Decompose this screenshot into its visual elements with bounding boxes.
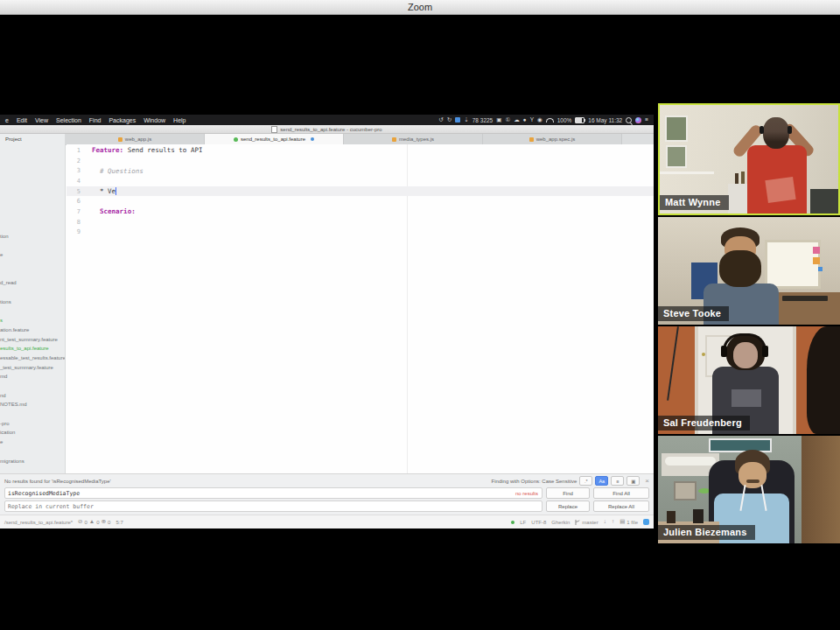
file-tree-sidebar[interactable]: tioned_readtionssation.featurent_test_su… — [0, 144, 66, 473]
file-tree-item — [0, 260, 65, 270]
code-line-8[interactable]: 8 — [66, 217, 654, 228]
case-sensitive-option-button[interactable]: Aa — [595, 476, 608, 486]
replace-input[interactable] — [5, 503, 542, 510]
find-button[interactable]: Find — [546, 487, 590, 499]
file-tree-item[interactable]: migrations — [0, 457, 65, 466]
siri-icon[interactable] — [635, 117, 641, 123]
whole-word-option-button[interactable]: ▣ — [626, 476, 640, 486]
sb-right-shape: LF UTF-8 Gherkin master ↓ ↑ ▤ 1 file — [511, 519, 649, 526]
m-phoneR-shape — [788, 126, 792, 134]
file-tree-item[interactable]: esults_to_api.feature — [0, 344, 65, 354]
menu-item[interactable]: Edit — [17, 117, 27, 123]
twitter-icon[interactable] — [643, 519, 649, 525]
s-note2-shape — [813, 257, 820, 264]
menu-item[interactable]: Window — [144, 117, 165, 123]
sync-icon[interactable]: ↻ — [447, 117, 452, 123]
macos-menu-bar: eEditViewSelectionFindPackagesWindowHelp… — [0, 115, 654, 125]
tab-web_app.js[interactable]: web_app.js — [66, 134, 205, 144]
changed-files[interactable]: ▤ 1 file — [620, 519, 638, 525]
code-lines: 1 Feature: Send results to API 2 3 # Que… — [66, 144, 654, 237]
file-tree-item — [0, 270, 65, 279]
download-icon[interactable]: ⇣ — [464, 117, 468, 123]
file-tree-item[interactable]: _test_summary.feature — [0, 363, 65, 373]
replace-all-button[interactable]: Replace All — [593, 500, 649, 512]
file-tree-item[interactable]: nt_test_summary.feature — [0, 335, 65, 345]
menu-clock[interactable]: 16 May 11:32 — [588, 117, 622, 123]
tab-send_results_to_api.feature[interactable]: send_results_to_api.feature — [205, 134, 344, 144]
search-icon[interactable] — [626, 117, 632, 123]
code-line-2[interactable]: 2 — [66, 156, 654, 166]
m-frame1-shape — [665, 116, 688, 142]
close-find-panel-icon[interactable]: × — [645, 477, 649, 485]
window-icon[interactable]: ▣ — [496, 117, 501, 123]
tab-web_app.spec.js[interactable]: web_app.spec.js — [483, 134, 622, 144]
git-branch[interactable]: master — [575, 519, 598, 526]
participant-video-2[interactable]: Steve Tooke — [658, 217, 840, 325]
file-tree-item[interactable]: e — [0, 250, 65, 260]
wifi-icon[interactable] — [546, 118, 554, 122]
battery-icon[interactable] — [575, 117, 584, 123]
code-line-9[interactable]: 9 — [66, 228, 654, 238]
diagnostics-counts[interactable]: ⊘ 0 ▲ 0 ⊕ 0 — [78, 519, 110, 525]
replace-button[interactable]: Replace — [546, 500, 590, 512]
pull-arrow-icon[interactable]: ↓ — [604, 519, 606, 525]
tab-media_types.js[interactable]: media_types.js — [344, 134, 483, 144]
menu-item[interactable]: Selection — [56, 117, 81, 123]
menu-item[interactable]: View — [35, 117, 48, 123]
menu-item[interactable]: e — [5, 117, 9, 123]
find-input[interactable] — [5, 490, 542, 497]
menu-item[interactable]: Help — [173, 117, 186, 123]
file-tree-item[interactable]: s — [0, 316, 65, 326]
in-selection-option-button[interactable]: ≡ — [611, 476, 624, 486]
file-tree-item[interactable]: e — [0, 438, 65, 447]
encoding-indicator[interactable]: UTF-8 — [531, 520, 546, 525]
participant-video-3[interactable]: Sal Freudenberg — [658, 326, 840, 434]
participant-video-4[interactable]: Julien Biezemans — [658, 436, 840, 543]
participant-name: Matt Wynne — [660, 195, 729, 210]
app-icon-blue[interactable] — [455, 117, 460, 122]
file-tree-item[interactable]: -pro — [0, 419, 65, 429]
participant-video-1[interactable]: Matt Wynne — [658, 103, 840, 215]
editor-window-titlebar[interactable]: send_results_to_api.feature - cucumber-p… — [0, 125, 654, 134]
file-tree-item[interactable]: md — [0, 372, 65, 382]
file-tree-item[interactable]: d_read — [0, 278, 65, 288]
file-tree-item[interactable]: tion — [0, 232, 65, 242]
tab-label: web_app.spec.js — [536, 136, 576, 142]
regex-option-button[interactable]: .* — [579, 476, 592, 486]
info-icon[interactable]: ① — [505, 117, 510, 123]
find-all-button[interactable]: Find All — [593, 487, 649, 499]
sa-cable-shape — [667, 326, 679, 400]
menu-list-icon[interactable]: ≡ — [645, 117, 648, 123]
code-line-7[interactable]: 7 Scenario: — [66, 206, 654, 217]
sa-face-shape — [733, 342, 758, 368]
menu-item[interactable]: Packages — [108, 117, 136, 123]
y-icon[interactable]: Y — [530, 117, 534, 123]
push-arrow-icon[interactable]: ↑ — [612, 519, 614, 525]
tab-label: web_app.js — [125, 136, 151, 142]
file-tree-item[interactable]: NOTES.md — [0, 400, 65, 410]
cursor-position[interactable]: 5:7 — [116, 520, 122, 525]
file-tree-item[interactable]: ation.feature — [0, 326, 65, 335]
code-line-1[interactable]: 1 Feature: Send results to API — [66, 145, 654, 156]
status-green-dot — [511, 521, 514, 524]
file-tree-item[interactable]: nd — [0, 391, 65, 401]
sa-cupL-shape — [721, 346, 727, 357]
text-cursor — [116, 187, 116, 195]
file-tree-item[interactable]: tions — [0, 298, 65, 307]
refresh-icon[interactable]: ↺ — [438, 117, 443, 123]
grammar-indicator[interactable]: Gherkin — [551, 520, 570, 525]
shared-screen: eEditViewSelectionFindPackagesWindowHelp… — [0, 115, 654, 528]
sa-hairR-shape — [807, 326, 840, 434]
code-line-4[interactable]: 4 — [66, 176, 654, 186]
line-ending-indicator[interactable]: LF — [520, 520, 526, 525]
menu-item[interactable]: Find — [89, 117, 102, 123]
code-line-5[interactable]: 5 * Ve — [66, 186, 654, 197]
record-icon[interactable]: ◉ — [537, 117, 542, 123]
code-editor[interactable]: 1 Feature: Send results to API 2 3 # Que… — [66, 144, 654, 473]
code-line-6[interactable]: 6 — [66, 196, 654, 206]
code-line-3[interactable]: 3 # Questions — [66, 165, 654, 176]
cloud-icon[interactable]: ☁ — [514, 117, 520, 123]
dot-icon[interactable]: ● — [523, 117, 527, 123]
file-tree-item[interactable]: essable_test_results.feature — [0, 354, 65, 363]
file-tree-item[interactable]: ication — [0, 428, 65, 438]
